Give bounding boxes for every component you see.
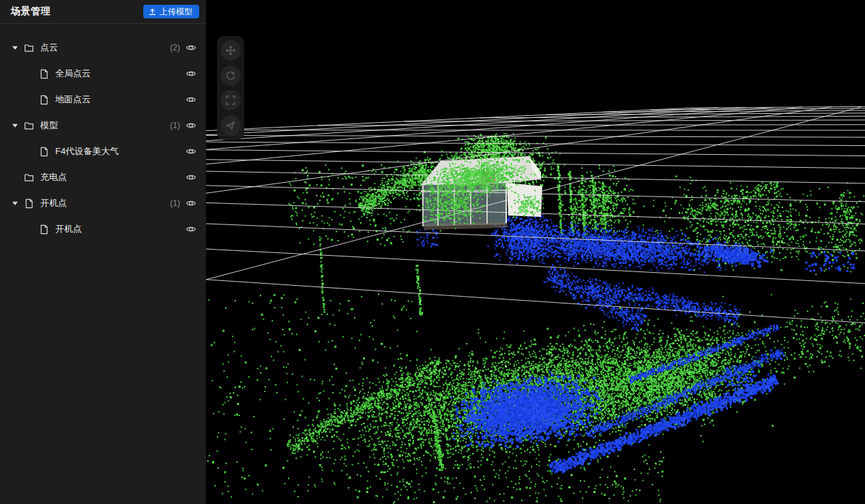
item-count: (1) — [170, 198, 180, 208]
upload-icon — [149, 8, 156, 16]
caret-down-icon[interactable] — [11, 199, 19, 207]
viewport-toolbar — [217, 36, 244, 140]
tree-row-7[interactable]: 开机点 — [0, 216, 206, 242]
eye-visibility-icon[interactable] — [185, 68, 196, 80]
viewport-3d[interactable] — [206, 0, 865, 504]
eye-visibility-icon[interactable] — [185, 224, 196, 235]
eye-visibility-icon[interactable] — [185, 42, 196, 54]
folder-icon — [23, 42, 34, 53]
tree-item-label: 点云 — [40, 42, 58, 54]
upload-button-label: 上传模型 — [160, 8, 192, 16]
file-icon — [38, 224, 49, 235]
caret-down-icon[interactable] — [11, 44, 19, 52]
tree-row-1[interactable]: 全局点云 — [0, 61, 206, 87]
upload-model-button[interactable]: 上传模型 — [143, 5, 199, 18]
pointcloud-canvas[interactable] — [206, 0, 865, 504]
scene-tree: 点云(2)全局点云地面点云模型(1)F4代设备美大气充电点开机点(1)开机点 — [0, 24, 206, 242]
app-window: 场景管理 上传模型 点云(2)全局点云地面点云模型(1)F4代设备美大气充电点开… — [0, 0, 865, 504]
rotate-tool-button[interactable] — [220, 65, 241, 86]
tree-row-6[interactable]: 开机点(1) — [0, 190, 206, 216]
eye-visibility-icon[interactable] — [185, 120, 196, 132]
tree-row-0[interactable]: 点云(2) — [0, 35, 206, 61]
tree-row-2[interactable]: 地面点云 — [0, 87, 206, 113]
tree-item-label: 开机点 — [55, 223, 82, 235]
caret-placeholder — [11, 173, 19, 181]
tree-item-label: 地面点云 — [55, 93, 91, 106]
fit-view-tool-button[interactable] — [220, 90, 241, 110]
tree-item-label: 充电点 — [40, 171, 67, 183]
rotate-icon — [225, 70, 236, 81]
tree-item-label: 全局点云 — [55, 68, 91, 80]
caret-down-icon[interactable] — [11, 121, 19, 130]
file-icon — [38, 146, 49, 157]
folder-icon — [23, 120, 34, 131]
item-count: (2) — [170, 43, 180, 53]
eye-visibility-icon[interactable] — [185, 172, 196, 183]
pan-icon — [225, 45, 236, 56]
tree-row-4[interactable]: F4代设备美大气 — [0, 138, 206, 164]
eye-visibility-icon[interactable] — [185, 94, 196, 106]
folder-icon — [23, 172, 34, 183]
panel-title: 场景管理 — [11, 5, 50, 18]
scene-manager-panel: 场景管理 上传模型 点云(2)全局点云地面点云模型(1)F4代设备美大气充电点开… — [0, 0, 206, 504]
eye-visibility-icon[interactable] — [185, 146, 196, 158]
tree-row-3[interactable]: 模型(1) — [0, 113, 206, 138]
fit-view-icon — [225, 95, 236, 106]
file-icon — [23, 198, 34, 209]
tree-item-label: F4代设备美大气 — [55, 145, 119, 158]
navigate-icon — [225, 120, 236, 131]
tree-item-label: 开机点 — [40, 197, 67, 209]
navigate-tool-button[interactable] — [220, 115, 241, 136]
pan-tool-button[interactable] — [220, 40, 241, 61]
tree-item-label: 模型 — [40, 119, 58, 132]
tree-row-5[interactable]: 充电点 — [0, 164, 206, 190]
panel-header: 场景管理 上传模型 — [0, 0, 206, 24]
file-icon — [38, 94, 49, 105]
eye-visibility-icon[interactable] — [185, 198, 196, 209]
item-count: (1) — [170, 121, 180, 130]
file-icon — [38, 68, 49, 79]
